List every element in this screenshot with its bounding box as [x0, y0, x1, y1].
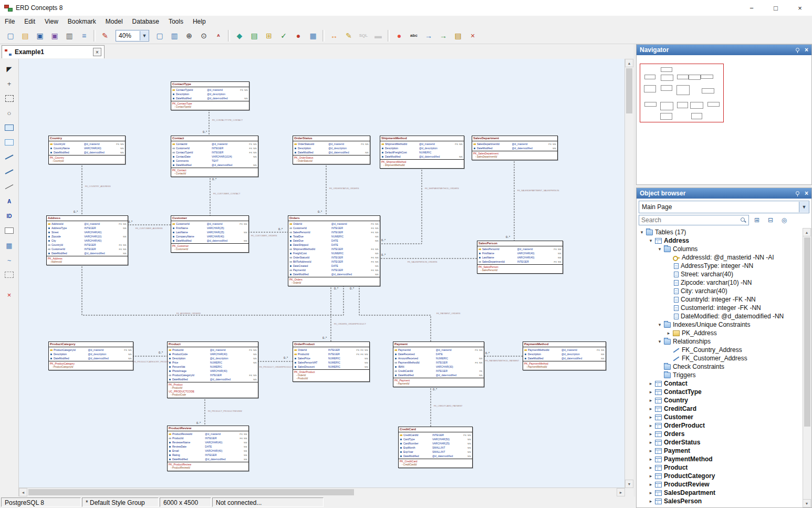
tree-item-addresstype-integer-nn[interactable]: AddressType: integer -NN: [637, 262, 803, 270]
entity-salesdepartment[interactable]: SalesDepartmentSalesDepartmentId@d_maste…: [472, 136, 558, 160]
copy-pages-button[interactable]: ▤: [451, 28, 465, 43]
page-select[interactable]: Main Page ▼: [639, 201, 809, 213]
save-as-button[interactable]: ▣: [47, 28, 62, 43]
import-model-button[interactable]: →: [436, 28, 451, 43]
diagram-canvas[interactable]: ContactTypeContactTypeId@d_masteridPK NN…: [19, 59, 625, 488]
tree-item-address[interactable]: ▾Address: [637, 236, 803, 245]
id-tool[interactable]: ID: [2, 209, 17, 223]
tree-item-contacttype[interactable]: ▸ContactType: [637, 388, 803, 396]
new-document-button[interactable]: ▢: [3, 28, 18, 43]
tree-item-addressid-d-masterid-nn-ai[interactable]: AddressId: @d_masterid -NN -AI: [637, 253, 803, 262]
tree-item-creditcard[interactable]: ▸CreditCard: [637, 405, 803, 413]
tree-expander[interactable]: ▸: [648, 482, 654, 487]
scroll-up-icon[interactable]: ▲: [625, 59, 633, 67]
canvas-vscrollbar[interactable]: ▲ ▼: [624, 59, 633, 488]
menu-view[interactable]: View: [40, 16, 63, 27]
calculator-button[interactable]: ⊞: [262, 28, 276, 43]
script-editor-button[interactable]: ✎: [341, 28, 356, 43]
entity-payment[interactable]: PaymentPaymentId@d_masteridPK NNDateRece…: [393, 341, 484, 387]
print-button[interactable]: ▥: [62, 28, 77, 43]
data-grid-button[interactable]: ▦: [306, 28, 320, 43]
window-close-button[interactable]: ×: [788, 0, 812, 16]
entity-salesperson[interactable]: SalesPersonSalesPersonId@d_masteridPK NN…: [477, 241, 563, 274]
tree-expander[interactable]: ▸: [665, 330, 672, 336]
tree-item-payment[interactable]: ▸Payment: [637, 447, 803, 455]
tree-expander[interactable]: ▸: [648, 398, 654, 403]
marquee-tool[interactable]: [2, 91, 17, 105]
zoom-in-button[interactable]: ⊕: [182, 28, 196, 43]
view-tool[interactable]: [2, 136, 17, 149]
tree-item-zipcode-varchar-10-nn[interactable]: Zipcode: varchar(10) -NN: [637, 278, 803, 287]
tree-item-customerid-integer-fk-nn[interactable]: CustomerId: integer -FK -NN: [637, 304, 803, 312]
menu-tools[interactable]: Tools: [164, 16, 188, 27]
tree-expander[interactable]: ▸: [648, 423, 654, 428]
tree-expander[interactable]: ▸: [648, 389, 654, 395]
tree-item-street-varchar-40[interactable]: Street: varchar(40): [637, 270, 803, 278]
collapse-all-button[interactable]: ⊟: [765, 214, 776, 226]
tree-item-tables-17[interactable]: ▾Tables (17): [637, 228, 803, 236]
entity-customer[interactable]: CustomerCustomerId@d_masteridPK NNFirstN…: [171, 215, 249, 253]
menu-model[interactable]: Model: [101, 16, 128, 27]
tree-item-product[interactable]: ▸Product: [637, 463, 803, 472]
entity-orderproduct[interactable]: OrderProductOrderIdINTEGERPK FK NNProduc…: [293, 341, 370, 382]
zoom-select-tool[interactable]: ○: [2, 106, 17, 120]
scroll-down-icon[interactable]: ▼: [803, 499, 811, 507]
entity-shipmentmethod[interactable]: ShipmentMethodShipmentMethodId@d_masteri…: [380, 136, 464, 169]
tree-expander[interactable]: ▸: [648, 457, 654, 462]
pin-icon[interactable]: [795, 47, 800, 53]
entity-contact[interactable]: ContactContactId@d_masteridPK NNCustomer…: [171, 136, 258, 177]
tree-expander[interactable]: ▸: [648, 381, 654, 386]
navigator-viewport[interactable]: [640, 64, 724, 122]
validate-model-button[interactable]: ✓: [276, 28, 291, 43]
tree-expander[interactable]: ▾: [657, 339, 663, 344]
frame-tool[interactable]: [2, 268, 17, 282]
entity-productreview[interactable]: ProductReviewProductReviewId@d_masteridP…: [167, 426, 249, 471]
entity-orders[interactable]: OrdersOrderId@d_masteridPK NNCustomerIdI…: [288, 215, 380, 286]
tree-expander[interactable]: ▸: [648, 414, 654, 420]
tree-item-productcategory[interactable]: ▸ProductCategory: [637, 472, 803, 480]
tree-expander[interactable]: ▸: [648, 440, 654, 445]
style-group-button[interactable]: ✎: [98, 28, 112, 43]
delete-pages-button[interactable]: ×: [465, 28, 480, 43]
pan-tool[interactable]: +: [2, 77, 17, 90]
relation-nonidentifying-tool[interactable]: [2, 165, 17, 179]
sql-window-button[interactable]: SQL: [356, 28, 371, 43]
tree-item-contact[interactable]: ▸Contact: [637, 379, 803, 388]
tree-item-country[interactable]: ▸Country: [637, 396, 803, 405]
hscroll-thumb[interactable]: [28, 489, 354, 495]
zoom-region-button[interactable]: ⊙: [196, 28, 211, 43]
tree-item-paymentmethod[interactable]: ▸PaymentMethod: [637, 455, 803, 463]
search-input[interactable]: [639, 216, 741, 224]
menu-file[interactable]: File: [0, 16, 19, 27]
relation-identifying-tool[interactable]: [2, 150, 17, 164]
menu-edit[interactable]: Edit: [19, 16, 40, 27]
tree-item-columns[interactable]: ▾Columns: [637, 245, 803, 253]
delete-tool[interactable]: ×: [2, 288, 17, 302]
tree-expander[interactable]: ▸: [648, 448, 654, 453]
tree-item-relationships[interactable]: ▾Relationships: [637, 337, 803, 346]
tree-item-orderproduct[interactable]: ▸OrderProduct: [637, 421, 803, 430]
menu-bookmark[interactable]: Bookmark: [63, 16, 101, 27]
tab-close-icon[interactable]: ×: [93, 48, 101, 56]
export-model-button[interactable]: →: [421, 28, 436, 43]
tree-item-customer[interactable]: ▸Customer: [637, 413, 803, 421]
entity-country[interactable]: CountryCountryId@d_masteridPK NNCountryN…: [48, 136, 126, 164]
tree-vscrollbar[interactable]: ▲ ▼: [803, 228, 811, 507]
add-view-button[interactable]: ▤: [247, 28, 262, 43]
tree-item-indexes-unique-constraints[interactable]: ▾Indexes/Unique Constraints: [637, 320, 803, 329]
save-model-button[interactable]: ▣: [33, 28, 47, 43]
tree-item-salesperson[interactable]: ▸SalesPerson: [637, 497, 803, 505]
tree-scroll-thumb[interactable]: [804, 237, 810, 427]
refresh-button[interactable]: ◎: [778, 214, 790, 226]
tree-item-pk-address[interactable]: ▸PK_Address: [637, 329, 803, 337]
window-maximize-button[interactable]: □: [764, 0, 788, 16]
document-tab[interactable]: Example1 ×: [2, 45, 105, 58]
entity-orderstatus[interactable]: OrderStatusOrderStatusId@d_masteridPK NN…: [293, 136, 370, 164]
pin-icon[interactable]: [795, 191, 800, 196]
tree-item-salesdepartment[interactable]: ▸SalesDepartment: [637, 489, 803, 497]
scroll-left-icon[interactable]: ◄: [19, 488, 27, 496]
tree-item-orderstatus[interactable]: ▸OrderStatus: [637, 438, 803, 447]
tree-expander[interactable]: ▸: [648, 473, 654, 479]
tree-expander[interactable]: ▸: [648, 465, 654, 470]
tree-item-orders[interactable]: ▸Orders: [637, 430, 803, 438]
